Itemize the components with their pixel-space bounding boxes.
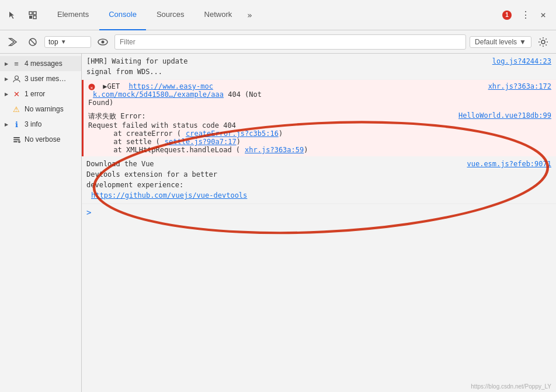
vue-link[interactable]: https://github.com/vuejs/vue-devtools	[91, 191, 247, 200]
sidebar-item-messages[interactable]: ▶ ≡ 4 messages	[0, 56, 81, 71]
scope-selector[interactable]: top ▼	[44, 36, 91, 48]
get-status2: Found)	[88, 99, 113, 107]
create-error-link[interactable]: createError.js?c3b5:16	[186, 130, 279, 138]
svg-line-6	[30, 39, 36, 44]
log-levels-selector[interactable]: Default levels ▼	[470, 36, 531, 48]
sidebar-item-info[interactable]: ▶ ℹ 3 info	[0, 117, 81, 132]
eye-icon[interactable]	[95, 34, 111, 50]
settle-indent: at settle (	[88, 138, 160, 146]
sidebar-item-errors[interactable]: ▶ ✕ 1 error	[0, 86, 81, 102]
console-output[interactable]: [HMR] Waiting for update log.js?4244:23 …	[82, 54, 556, 392]
arrow-error: ▶	[5, 92, 8, 97]
arrow-messages: ▶	[5, 61, 8, 66]
xhr-indent: at XMLHttpRequest.handleLoad (	[88, 146, 240, 154]
vue-text2: Devtools extension for a better	[86, 170, 217, 178]
error-circle-icon: ✕	[88, 82, 100, 90]
svg-text:✕: ✕	[91, 85, 93, 90]
main-area: ▶ ≡ 4 messages ▶ 3 user mes… ▶ ✕ 1 error…	[0, 54, 556, 392]
get-url2[interactable]: k.com/mock/5d41580…/example/aaa	[93, 90, 224, 99]
tab-network[interactable]: Network	[195, 0, 242, 30]
errors-label: 1 error	[25, 90, 45, 98]
info-icon: ℹ	[12, 120, 21, 129]
get-status: 404 (Not	[228, 90, 262, 99]
tab-sources[interactable]: Sources	[147, 0, 194, 30]
watermark: https://blog.csdn.net/Poppy_LY	[471, 383, 551, 390]
cursor-icon[interactable]	[5, 7, 21, 23]
console-prompt[interactable]: >	[82, 204, 556, 220]
vue-source[interactable]: vue.esm.js?efeb:9071	[467, 159, 552, 169]
svg-rect-11	[13, 137, 20, 138]
request-failed-source[interactable]: HelloWorld.vue?18db:99	[458, 111, 551, 120]
error-count: 1	[502, 10, 512, 20]
sidebar-item-user-messages[interactable]: ▶ 3 user mes…	[0, 71, 81, 86]
settle-link[interactable]: settle.js?90a7:17	[165, 138, 237, 146]
svg-rect-0	[29, 12, 32, 15]
clear-console-button[interactable]	[5, 34, 21, 50]
layers-icon[interactable]	[25, 7, 41, 23]
svg-point-10	[15, 76, 18, 79]
create-error-indent: at createError (	[88, 130, 181, 138]
svg-point-8	[102, 40, 105, 43]
get-url[interactable]: https://www.easy-moc	[128, 82, 213, 90]
svg-point-9	[541, 40, 545, 44]
messages-icon: ≡	[12, 59, 21, 68]
devtools-icons	[5, 7, 41, 23]
warnings-label: No warnings	[25, 105, 64, 113]
log-entry-get-error: ✕ ▶GET https://www.easy-moc xhr.js?363a:…	[82, 80, 556, 109]
vue-text1: Download the Vue	[86, 159, 154, 169]
arrow-info: ▶	[5, 122, 8, 127]
hmr-extra: signal from WDS...	[86, 68, 162, 76]
user-messages-label: 3 user mes…	[25, 75, 66, 83]
levels-arrow: ▼	[519, 38, 526, 46]
svg-rect-2	[29, 16, 32, 19]
vue-text3: development experience:	[86, 181, 183, 189]
tab-elements[interactable]: Elements	[48, 0, 98, 30]
devtools-close-button[interactable]: ×	[535, 7, 551, 23]
arrow-user: ▶	[5, 76, 8, 82]
svg-rect-13	[13, 141, 18, 142]
devtools-menu-button[interactable]: ⋮	[517, 7, 534, 23]
svg-rect-3	[33, 16, 36, 19]
error-badge: 1	[502, 10, 512, 20]
tab-more-button[interactable]: »	[242, 7, 256, 23]
info-label: 3 info	[25, 120, 41, 128]
get-method: ▶GET	[103, 82, 120, 90]
tab-console[interactable]: Console	[99, 0, 146, 30]
prompt-icon: >	[86, 208, 91, 217]
warning-icon: ⚠	[12, 104, 21, 114]
scope-dropdown-arrow: ▼	[61, 38, 67, 45]
user-icon	[12, 74, 21, 83]
verbose-icon	[12, 135, 21, 144]
svg-rect-1	[33, 12, 36, 15]
console-toolbar: top ▼ Default levels ▼	[0, 30, 556, 54]
verbose-label: No verbose	[25, 135, 60, 144]
error-icon: ✕	[12, 89, 21, 99]
tab-bar: Elements Console Sources Network » 1 ⋮ ×	[0, 0, 556, 30]
sidebar-item-verbose[interactable]: ▶ No verbose	[0, 132, 81, 147]
log-entry-request-failed: 请求失败 Error: HelloWorld.vue?18db:99 Reque…	[82, 109, 556, 156]
svg-marker-4	[9, 38, 16, 46]
console-wrapper: [HMR] Waiting for update log.js?4244:23 …	[82, 54, 556, 392]
sidebar: ▶ ≡ 4 messages ▶ 3 user mes… ▶ ✕ 1 error…	[0, 54, 82, 392]
request-failed-text2: Request failed with status code 404	[88, 121, 236, 130]
block-icon[interactable]	[25, 34, 41, 50]
get-source[interactable]: xhr.js?363a:172	[488, 82, 551, 90]
filter-input[interactable]	[114, 34, 466, 50]
xhr-link[interactable]: xhr.js?363a:59	[245, 146, 304, 154]
hmr-source[interactable]: log.js?4244:23	[492, 56, 551, 66]
request-failed-text1: 请求失败 Error:	[88, 111, 146, 121]
log-entry-hmr: [HMR] Waiting for update log.js?4244:23 …	[82, 54, 556, 80]
messages-label: 4 messages	[25, 60, 62, 68]
log-entry-vue-devtools: Download the Vue vue.esm.js?efeb:9071 De…	[82, 156, 556, 204]
svg-rect-12	[13, 139, 20, 140]
hmr-text: [HMR] Waiting for update	[86, 56, 187, 66]
sidebar-item-warnings[interactable]: ▶ ⚠ No warnings	[0, 102, 81, 117]
settings-icon[interactable]	[535, 34, 551, 50]
